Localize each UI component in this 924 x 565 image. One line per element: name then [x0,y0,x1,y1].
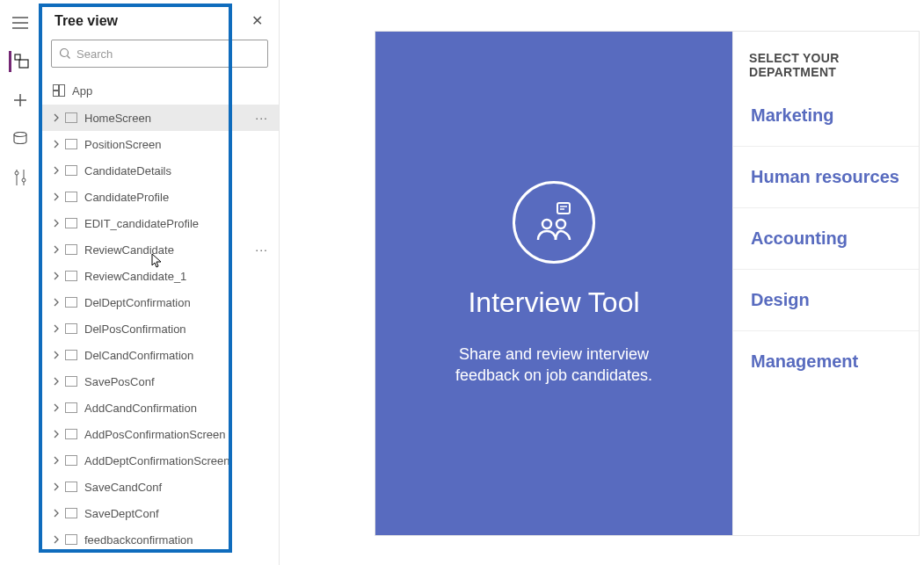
screen-label: HomeScreen [84,112,255,125]
tree-screen-node[interactable]: SaveCandConf [40,474,279,500]
search-box[interactable] [51,40,268,68]
tree-app-node[interactable]: App [40,76,279,105]
chevron-right-icon[interactable] [49,351,63,359]
screen-label: AddPosConfirmationScreen [84,428,272,441]
app-icon [53,84,65,97]
screen-label: SaveDeptConf [84,507,272,520]
svg-rect-7 [60,85,65,97]
chevron-right-icon[interactable] [49,166,63,175]
chevron-right-icon[interactable] [49,140,63,148]
tree-screen-node[interactable]: DelCandConfirmation [40,342,279,368]
svg-point-4 [22,178,25,182]
search-icon [59,47,71,60]
svg-point-5 [61,49,69,57]
tree-screen-node[interactable]: ReviewCandidate_1 [40,263,279,289]
more-icon[interactable]: ··· [255,111,272,125]
tree-view-icon[interactable] [9,51,30,72]
chevron-right-icon[interactable] [49,219,63,228]
tree-screen-node[interactable]: AddDeptConfirmationScreen [40,447,279,474]
screen-label: SaveCandConf [84,481,272,494]
tree-screen-node[interactable]: DelPosConfirmation [40,315,279,342]
screen-icon [65,402,77,413]
screen-icon [65,508,77,518]
screen-icon [65,534,77,545]
app-label: App [72,84,272,98]
chevron-right-icon[interactable] [49,245,63,254]
screen-icon [65,192,77,202]
tree-body: App HomeScreen···PositionScreenCandidate… [40,76,279,565]
svg-point-3 [15,171,18,175]
screen-label: DelPosConfirmation [84,322,272,336]
preview-title: Interview Tool [468,286,639,319]
tree-screen-node[interactable]: HomeScreen··· [40,105,279,131]
screen-label: ReviewCandidate [84,243,255,257]
chevron-right-icon[interactable] [49,403,63,412]
department-item[interactable]: Human resources [733,146,919,207]
chevron-right-icon[interactable] [49,377,63,386]
department-item[interactable]: Management [733,330,919,392]
screen-icon [65,297,77,308]
tree-screen-node[interactable]: AddCandConfirmation [40,395,279,421]
chevron-right-icon[interactable] [49,535,63,544]
screen-icon [65,482,77,492]
screen-label: ReviewCandidate_1 [84,270,272,283]
svg-rect-6 [54,85,59,91]
chevron-right-icon[interactable] [49,298,63,307]
settings-icon[interactable] [10,167,31,188]
chevron-right-icon[interactable] [49,430,63,438]
chevron-right-icon[interactable] [49,456,63,465]
screen-icon [65,350,77,360]
svg-point-10 [542,220,551,228]
data-icon[interactable] [10,128,31,149]
chevron-right-icon[interactable] [49,509,63,518]
chevron-right-icon[interactable] [49,192,63,201]
screen-icon [65,429,77,439]
chevron-right-icon[interactable] [49,482,63,491]
svg-rect-8 [54,91,59,97]
insert-icon[interactable] [10,90,31,111]
more-icon[interactable]: ··· [255,243,272,257]
tree-panel: Tree view ✕ App HomeScreen···PositionScr… [40,0,280,565]
tree-screen-node[interactable]: SaveDeptConf [40,500,279,526]
tree-screen-node[interactable]: SavePosConf [40,368,279,395]
screen-label: feedbackconfirmation [84,533,272,547]
screen-icon [65,165,77,176]
screen-icon [65,376,77,387]
department-item[interactable]: Marketing [733,84,919,146]
svg-point-2 [14,133,26,137]
department-item[interactable]: Accounting [733,207,919,269]
screen-label: CandidateProfile [84,191,272,204]
tree-screen-node[interactable]: CandidateProfile [40,184,279,210]
screen-label: PositionScreen [84,138,272,151]
screen-label: DelCandConfirmation [84,349,272,362]
department-panel: SELECT YOUR DEPARTMENT MarketingHuman re… [732,32,919,535]
department-header: SELECT YOUR DEPARTMENT [733,32,919,84]
preview-subtitle: Share and review interview feedback on j… [431,344,677,387]
tree-screen-node[interactable]: AddPosConfirmationScreen [40,421,279,447]
tree-screen-node[interactable]: PositionScreen [40,131,279,157]
chevron-right-icon[interactable] [49,113,63,122]
tree-screen-node[interactable]: EDIT_candidateProfile [40,210,279,236]
chevron-right-icon[interactable] [49,324,63,333]
screen-label: CandidateDetails [84,164,272,177]
tree-screen-node[interactable]: feedbackconfirmation [40,526,279,553]
left-rail [0,0,40,565]
screen-icon [65,271,77,281]
screen-label: AddCandConfirmation [84,402,272,415]
screen-icon [65,323,77,334]
screen-label: EDIT_candidateProfile [84,217,272,230]
tree-screen-node[interactable]: CandidateDetails [40,157,279,184]
department-list: MarketingHuman resourcesAccountingDesign… [733,84,919,535]
screen-label: AddDeptConfirmationScreen [84,454,272,467]
hamburger-icon[interactable] [10,12,31,33]
close-icon[interactable]: ✕ [248,9,266,33]
svg-rect-9 [557,203,570,214]
app-preview: Interview Tool Share and review intervie… [375,31,920,536]
tree-screen-node[interactable]: DelDeptConfirmation [40,289,279,315]
search-input[interactable] [76,47,260,61]
screen-icon [65,218,77,228]
screen-icon [65,112,77,123]
tree-screen-node[interactable]: ReviewCandidate··· [40,236,279,263]
department-item[interactable]: Design [733,269,919,330]
chevron-right-icon[interactable] [49,272,63,280]
